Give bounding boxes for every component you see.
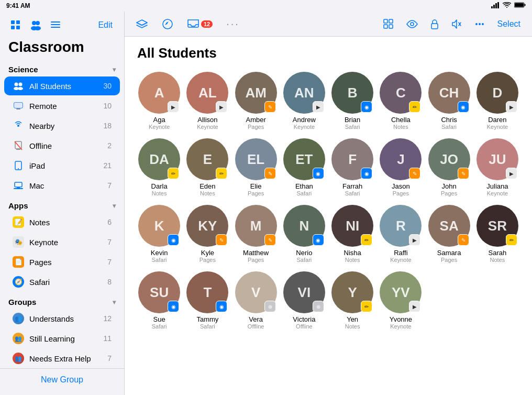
student-card[interactable]: K◉KevinSafari bbox=[137, 205, 181, 263]
main-layout: Edit Classroom Science ▾ All Students 30 bbox=[0, 12, 532, 395]
needs-extra-help-icon: 👥 bbox=[13, 353, 24, 364]
avatar: SU bbox=[150, 284, 169, 301]
svg-point-43 bbox=[475, 23, 478, 25]
student-card[interactable]: T◉TammySafari bbox=[185, 271, 229, 330]
student-card[interactable]: JU▶JulianaKeynote bbox=[475, 138, 519, 196]
app-badge: ◉ bbox=[168, 234, 179, 246]
student-card[interactable]: SA✎SamaraPages bbox=[427, 205, 471, 263]
student-name: Farrah bbox=[342, 182, 362, 190]
sidebar-item-all-students[interactable]: All Students 30 bbox=[4, 76, 120, 95]
avatar: M bbox=[250, 218, 262, 234]
student-app-label: Safari bbox=[345, 190, 360, 196]
sidebar-item-notes[interactable]: 📝 Notes 6 bbox=[4, 213, 120, 232]
student-card[interactable]: R▶RaffiKeynote bbox=[379, 205, 423, 263]
avatar: J bbox=[397, 151, 404, 168]
student-card[interactable]: VI⊗VictoriaOffline bbox=[282, 271, 326, 330]
student-card[interactable]: DA✏DarlaNotes bbox=[137, 138, 181, 196]
svg-rect-3 bbox=[497, 2, 499, 8]
sidebar-item-mac[interactable]: Mac 7 bbox=[4, 176, 120, 195]
avatar: R bbox=[396, 218, 406, 234]
apps-section-header[interactable]: Apps ▾ bbox=[0, 197, 124, 212]
lock-button[interactable] bbox=[427, 17, 442, 31]
battery-icon bbox=[514, 2, 526, 9]
avatar: AL bbox=[198, 85, 217, 101]
grid-view-button[interactable] bbox=[8, 18, 23, 32]
sidebar-item-remote[interactable]: Remote 10 bbox=[4, 96, 120, 115]
layers-button[interactable] bbox=[133, 17, 151, 31]
more-options-button[interactable] bbox=[471, 17, 488, 31]
student-card[interactable]: F◉FarrahSafari bbox=[330, 138, 374, 196]
sidebar-item-offline[interactable]: Offline 2 bbox=[4, 136, 120, 155]
student-app-label: Notes bbox=[345, 323, 360, 330]
avatar: DA bbox=[149, 151, 169, 168]
student-card[interactable]: KY✎KylePages bbox=[185, 205, 229, 263]
student-card[interactable]: JO✎JohnPages bbox=[427, 138, 471, 196]
student-app-label: Keynote bbox=[390, 257, 411, 263]
student-card[interactable]: AL▶AllisonKeynote bbox=[185, 72, 229, 130]
ipad-label: iPad bbox=[29, 161, 103, 170]
student-app-label: Keynote bbox=[487, 190, 508, 196]
student-card[interactable]: J✎JasonPages bbox=[379, 138, 423, 196]
svg-rect-1 bbox=[493, 5, 495, 8]
view-screen-button[interactable] bbox=[403, 18, 421, 30]
ipad-icon bbox=[13, 160, 24, 171]
student-name: Ethan bbox=[295, 182, 313, 190]
sidebar-item-still-learning[interactable]: 👥 Still Learning 11 bbox=[4, 329, 120, 348]
student-name: Yvonne bbox=[390, 315, 412, 323]
svg-point-45 bbox=[482, 23, 484, 25]
people-icon[interactable] bbox=[28, 18, 43, 32]
student-card[interactable]: CH◉ChrisSafari bbox=[427, 72, 471, 130]
avatar: EL bbox=[247, 151, 264, 168]
edit-button[interactable]: Edit bbox=[95, 18, 116, 32]
student-card[interactable]: NI✏NishaNotes bbox=[330, 205, 374, 263]
compass-button[interactable] bbox=[159, 17, 176, 31]
student-name: Elie bbox=[250, 182, 262, 190]
sidebar-item-nearby[interactable]: Nearby 18 bbox=[4, 116, 120, 135]
select-button[interactable]: Select bbox=[494, 17, 524, 31]
student-card[interactable]: V⊗VeraOffline bbox=[234, 271, 278, 330]
student-card[interactable]: ET◉EthanSafari bbox=[282, 138, 326, 196]
app-badge: ◉ bbox=[361, 101, 372, 113]
student-card[interactable]: A▶AgaKeynote bbox=[137, 72, 181, 130]
student-card[interactable]: E✏EdenNotes bbox=[185, 138, 229, 196]
app-badge: ◉ bbox=[313, 168, 324, 179]
svg-point-12 bbox=[36, 21, 40, 25]
student-card[interactable]: M✎MatthewPages bbox=[234, 205, 278, 263]
avatar: C bbox=[396, 85, 406, 101]
nearby-icon bbox=[13, 120, 24, 131]
list-view-button[interactable] bbox=[48, 18, 63, 32]
groups-section-header[interactable]: Groups ▾ bbox=[0, 293, 124, 309]
new-group-button[interactable]: New Group bbox=[41, 375, 83, 385]
sidebar-item-pages[interactable]: 📄 Pages 7 bbox=[4, 253, 120, 271]
student-card[interactable]: SR✏SarahNotes bbox=[475, 205, 519, 263]
safari-app-icon: 🧭 bbox=[13, 276, 24, 288]
science-section-header[interactable]: Science ▾ bbox=[0, 61, 124, 76]
understands-label: Understands bbox=[29, 314, 103, 323]
sidebar-item-understands[interactable]: 👥 Understands 12 bbox=[4, 309, 120, 328]
page-title: All Students bbox=[137, 45, 519, 61]
student-card[interactable]: SU◉SueSafari bbox=[137, 271, 181, 330]
student-name: Matthew bbox=[243, 249, 269, 257]
student-name: Victoria bbox=[293, 315, 315, 323]
keynote-app-icon: 🎭 bbox=[13, 236, 24, 248]
app-badge: ◉ bbox=[458, 101, 469, 113]
inbox-button[interactable]: 12 bbox=[184, 17, 216, 31]
svg-rect-32 bbox=[14, 188, 23, 189]
student-card[interactable]: C✏ChellaNotes bbox=[379, 72, 423, 130]
student-name: Allison bbox=[197, 116, 217, 124]
sidebar-item-keynote[interactable]: 🎭 Keynote 7 bbox=[4, 233, 120, 251]
student-card[interactable]: EL✎EliePages bbox=[234, 138, 278, 196]
sidebar-item-safari[interactable]: 🧭 Safari 8 bbox=[4, 272, 120, 291]
sidebar-item-ipad[interactable]: iPad 21 bbox=[4, 156, 120, 175]
grid-layout-button[interactable] bbox=[380, 17, 397, 31]
student-card[interactable]: Y✏YenNotes bbox=[330, 271, 374, 330]
sidebar-item-needs-extra-help[interactable]: 👥 Needs Extra Help 7 bbox=[4, 349, 120, 368]
student-card[interactable]: B◉BrianSafari bbox=[330, 72, 374, 130]
student-card[interactable]: YV▶YvonneKeynote bbox=[379, 271, 423, 330]
student-card[interactable]: AM✎AmberPages bbox=[234, 72, 278, 130]
student-app-label: Safari bbox=[441, 124, 457, 130]
mute-button[interactable] bbox=[448, 17, 465, 31]
student-card[interactable]: AN▶AndrewKeynote bbox=[282, 72, 326, 130]
student-card[interactable]: D▶DarenKeynote bbox=[475, 72, 519, 130]
student-card[interactable]: N◉NerioSafari bbox=[282, 205, 326, 263]
